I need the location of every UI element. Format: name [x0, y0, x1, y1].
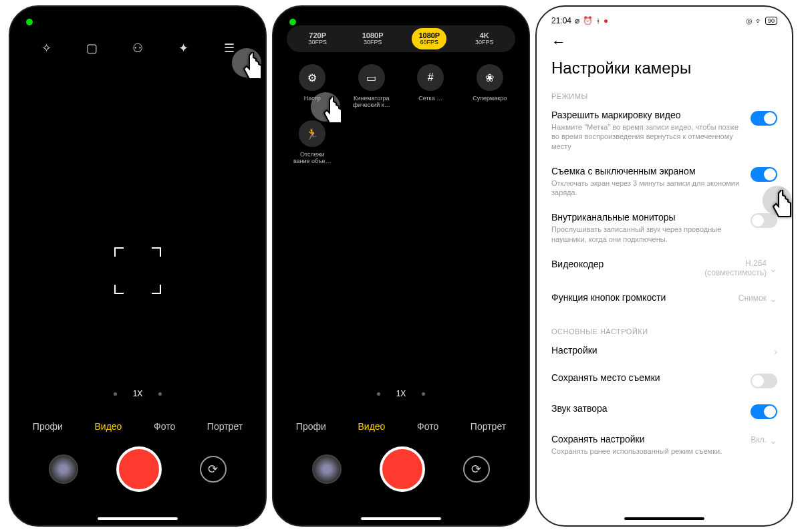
setting-title: Разрешить маркировку видео: [551, 110, 743, 120]
toggle-monitors[interactable]: [751, 213, 777, 228]
res-1080p-60[interactable]: 1080P60FPS: [412, 28, 446, 49]
gear-icon: ⚙: [299, 64, 325, 91]
toggle-save-location[interactable]: [751, 374, 777, 388]
setting-video-marking[interactable]: Разрешить маркировку видео Нажмите "Метк…: [551, 110, 777, 151]
setting-value: Снимок: [739, 293, 767, 303]
camera-dot: [289, 19, 296, 25]
zoom-row[interactable]: 1X: [10, 389, 265, 398]
phone-screen-1: ✧ ▢ ⚇ ✦ ☰ 1X Профи Видео Фото Портрет ⟳: [9, 5, 267, 527]
phone-screen-2: 720P30FPS 1080P30FPS 1080P60FPS 4K30FPS …: [272, 5, 530, 527]
setting-volume-buttons[interactable]: Функция кнопок громкости Снимок⌄: [551, 292, 777, 305]
wifi-icon: ᯤ: [755, 17, 763, 25]
res-4k[interactable]: 4K30FPS: [469, 28, 501, 49]
home-indicator[interactable]: [624, 517, 704, 520]
mode-pro[interactable]: Профи: [33, 421, 63, 432]
cursor-halo: [763, 186, 792, 215]
mode-pro[interactable]: Профи: [296, 421, 326, 432]
section-main-label: ОСНОВНЫЕ НАСТРОЙКИ: [551, 327, 777, 336]
mode-portrait[interactable]: Портрет: [471, 421, 506, 432]
setting-title: Сохранять место съемки: [551, 372, 743, 383]
toggle-screen-off[interactable]: [751, 167, 777, 182]
aspect-icon[interactable]: ▢: [84, 40, 100, 56]
zoom-dot: [377, 392, 380, 396]
grid-icon: #: [417, 64, 444, 91]
zoom-dot: [114, 392, 117, 396]
home-indicator[interactable]: [361, 517, 441, 520]
setting-shutter-sound[interactable]: Звук затвора: [551, 403, 777, 419]
camera-dot: [26, 19, 33, 25]
bluetooth-icon: ᚼ: [596, 17, 600, 25]
setting-desc: Нажмите "Метка" во время записи видео, ч…: [551, 122, 743, 151]
switch-camera-icon[interactable]: ⟳: [463, 456, 490, 483]
sim-icon: ◎: [746, 17, 753, 25]
zoom-row[interactable]: 1X: [273, 389, 529, 398]
alarm-off-icon: ⌀: [575, 16, 579, 25]
camera-top-toolbar: ✧ ▢ ⚇ ✦ ☰: [10, 40, 265, 56]
res-720p[interactable]: 720P30FPS: [301, 28, 333, 49]
tool-grid: ⚙Настр ▭Кинематогра фический к… #Сетка ……: [283, 64, 519, 176]
setting-desc: Отключать экран через 3 минуты записи дл…: [551, 178, 743, 198]
setting-title: Функция кнопок громкости: [551, 292, 730, 303]
gallery-thumbnail[interactable]: [312, 454, 342, 484]
mode-video[interactable]: Видео: [358, 421, 385, 432]
film-icon: ▭: [358, 64, 385, 91]
section-modes-label: РЕЖИМЫ: [551, 92, 777, 100]
settings-content: ← Настройки камеры РЕЖИМЫ Разрешить марк…: [537, 33, 792, 512]
setting-video-encoder[interactable]: Видеокодер H.264 (совместимость)⌄: [551, 259, 777, 277]
chevron-right-icon: ›: [774, 346, 777, 357]
setting-title: Настройки: [551, 345, 766, 356]
mode-photo[interactable]: Фото: [154, 421, 175, 432]
tool-tracking[interactable]: 🏃Отслежи вание объе…: [283, 120, 342, 164]
setting-settings-sub[interactable]: Настройки ›: [551, 345, 777, 358]
shutter-button[interactable]: [380, 446, 425, 492]
setting-title: Сохранять настройки: [551, 434, 743, 444]
status-bar: 21:04 ⌀ ⏰ ᚼ ● ◎ ᯤ 90: [537, 12, 792, 29]
cursor-halo: [311, 92, 340, 122]
run-icon: 🏃: [299, 120, 325, 147]
switch-camera-icon[interactable]: ⟳: [200, 456, 227, 483]
phone-screen-3: 21:04 ⌀ ⏰ ᚼ ● ◎ ᯤ 90 ← Настройки камеры …: [535, 5, 793, 527]
mode-row[interactable]: Профи Видео Фото Портрет: [273, 421, 529, 432]
chevron-icon: ⌄: [769, 435, 777, 446]
zoom-dot: [422, 392, 425, 396]
setting-in-ear-monitors[interactable]: Внутриканальные мониторы Прослушивать за…: [551, 212, 777, 244]
chevron-icon: ⌄: [769, 293, 777, 304]
page-title: Настройки камеры: [551, 59, 777, 78]
effects-icon[interactable]: ✦: [175, 40, 191, 56]
setting-title: Внутриканальные мониторы: [551, 212, 743, 223]
back-arrow-icon[interactable]: ←: [551, 33, 566, 51]
setting-desc: Прослушивать записанный звук через прово…: [551, 225, 743, 244]
shutter-button[interactable]: [116, 446, 162, 492]
flash-icon[interactable]: ✧: [38, 40, 54, 56]
focus-frame: [114, 247, 161, 294]
setting-save-settings[interactable]: Сохранять настройки Сохранять ранее испо…: [551, 434, 777, 456]
cursor-halo: [232, 48, 261, 78]
shutter-row: ⟳: [273, 446, 529, 492]
setting-desc: Сохранять ранее использованный режим съе…: [551, 446, 743, 456]
mode-video[interactable]: Видео: [94, 421, 122, 432]
setting-save-location[interactable]: Сохранять место съемки: [551, 372, 777, 388]
zoom-label[interactable]: 1X: [133, 389, 143, 398]
status-time: 21:04: [551, 16, 571, 25]
record-icon: ●: [604, 16, 608, 25]
toggle-shutter-sound[interactable]: [751, 404, 777, 419]
battery-icon: 90: [765, 17, 777, 25]
mode-portrait[interactable]: Портрет: [207, 421, 243, 432]
gallery-thumbnail[interactable]: [49, 454, 78, 484]
tool-grid-lines[interactable]: #Сетка …: [401, 64, 460, 108]
zoom-dot: [158, 392, 162, 396]
filter-icon[interactable]: ⚇: [130, 40, 146, 56]
setting-value: Вкл.: [751, 435, 767, 444]
setting-title: Видеокодер: [551, 259, 696, 269]
res-1080p-30[interactable]: 1080P30FPS: [356, 28, 390, 49]
mode-photo[interactable]: Фото: [417, 421, 438, 432]
alarm-icon: ⏰: [583, 16, 593, 25]
zoom-label[interactable]: 1X: [396, 389, 406, 398]
tool-cinematic[interactable]: ▭Кинематогра фический к…: [342, 64, 402, 108]
home-indicator[interactable]: [98, 517, 178, 520]
setting-screen-off-recording[interactable]: Съемка с выключенным экраном Отключать э…: [551, 166, 777, 198]
setting-value: H.264 (совместимость): [704, 259, 767, 277]
toggle-video-marking[interactable]: [751, 111, 777, 126]
mode-row[interactable]: Профи Видео Фото Портрет: [10, 421, 265, 432]
tool-supermacro[interactable]: ❀Супермакро: [460, 64, 520, 108]
